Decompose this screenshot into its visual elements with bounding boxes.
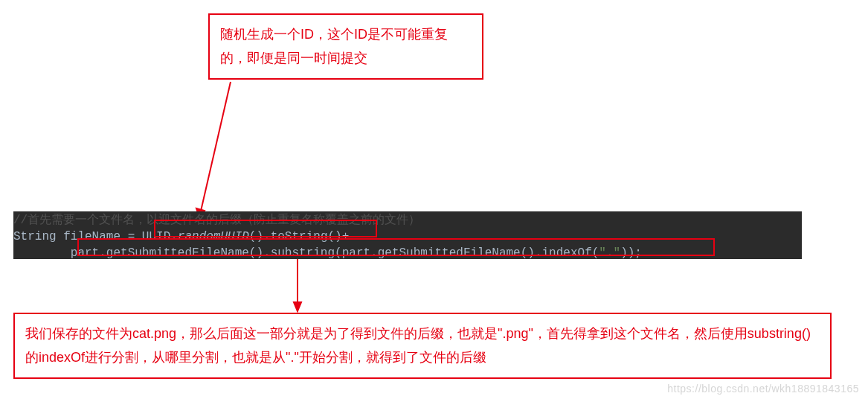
annotation-top-text: 随机生成一个ID，这个ID是不可能重复的，即便是同一时间提交 [220, 27, 448, 66]
code-line-1: String fileName = UUID.randomUUID().toSt… [13, 229, 802, 245]
annotation-bottom: 我们保存的文件为cat.png，那么后面这一部分就是为了得到文件的后缀，也就是"… [13, 313, 832, 379]
watermark: https://blog.csdn.net/wkh18891843165 [667, 383, 859, 395]
svg-line-0 [199, 82, 231, 217]
code-block: //首先需要一个文件名，以迎文件名的后缀（防止重复名称覆盖之前的文件） Stri… [13, 211, 802, 259]
annotation-top: 随机生成一个ID，这个ID是不可能重复的，即便是同一时间提交 [208, 13, 483, 80]
svg-marker-3 [294, 302, 301, 311]
code-comment: //首先需要一个文件名，以迎文件名的后缀（防止重复名称覆盖之前的文件） [13, 211, 802, 229]
annotation-bottom-text: 我们保存的文件为cat.png，那么后面这一部分就是为了得到文件的后缀，也就是"… [25, 326, 811, 365]
code-line-2: part.getSubmittedFileName().substring(pa… [13, 245, 802, 259]
